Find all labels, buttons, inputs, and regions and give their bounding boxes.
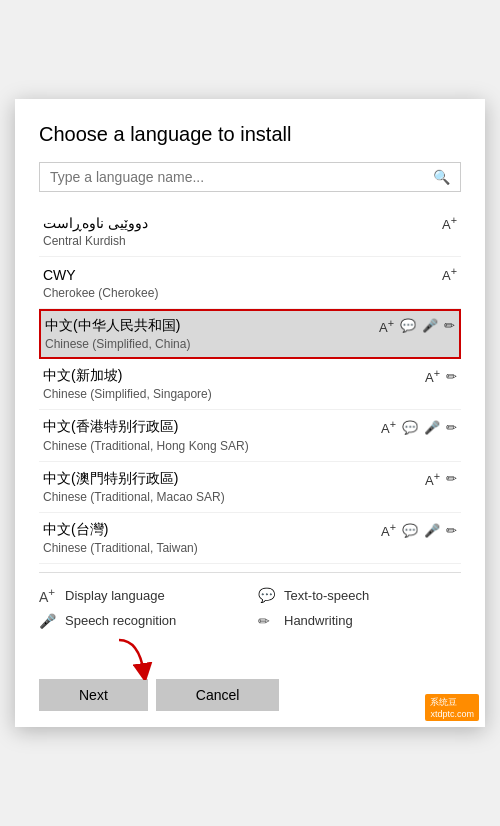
display-lang-icon-chk: A+ [381, 418, 396, 436]
language-item-central-kurdish[interactable]: دووێیی ناوەڕاست A+ Central Kurdish [39, 206, 461, 257]
cancel-button[interactable]: Cancel [156, 679, 280, 711]
handwriting-icon-csc: ✏ [444, 318, 455, 333]
legend-speech-label: Speech recognition [65, 613, 176, 628]
language-item-chinese-traditional-tw[interactable]: 中文(台灣) A+ 💬 🎤 ✏ Chinese (Traditional, Ta… [39, 513, 461, 564]
lang-native-chinese-hk: 中文(香港特别行政區) [43, 418, 178, 436]
display-lang-icon-cmo: A+ [425, 470, 440, 488]
lang-native-cherokee: CWY [43, 267, 76, 283]
legend-tts-icon: 💬 [258, 587, 276, 603]
legend-speech: 🎤 Speech recognition [39, 613, 242, 629]
language-item-chinese-traditional-mo[interactable]: 中文(澳門特别行政區) A+ ✏ Chinese (Traditional, M… [39, 462, 461, 513]
language-item-chinese-traditional-hk[interactable]: 中文(香港特别行政區) A+ 💬 🎤 ✏ Chinese (Traditiona… [39, 410, 461, 461]
legend-display-label: Display language [65, 588, 165, 603]
handwriting-icon-cmo: ✏ [446, 471, 457, 486]
lang-icons-chinese-mo: A+ ✏ [425, 470, 457, 488]
speech-icon-ctw: 🎤 [424, 523, 440, 538]
legend-handwriting-label: Handwriting [284, 613, 353, 628]
choose-language-dialog: Choose a language to install 🔍 دووێیی نا… [15, 99, 485, 727]
divider [39, 572, 461, 573]
lang-icons-chinese-sc: A+ 💬 🎤 ✏ [379, 317, 455, 335]
lang-english-cherokee: Cherokee (Cherokee) [43, 286, 457, 300]
legend-display-language: A+ Display language [39, 585, 242, 605]
lang-english-chinese-tw: Chinese (Traditional, Taiwan) [43, 541, 457, 555]
lang-native-chinese-sg: 中文(新加坡) [43, 367, 122, 385]
lang-icons-cherokee: A+ [442, 265, 457, 283]
lang-icons-chinese-hk: A+ 💬 🎤 ✏ [381, 418, 457, 436]
language-item-chinese-simplified-sg[interactable]: 中文(新加坡) A+ ✏ Chinese (Simplified, Singap… [39, 359, 461, 410]
speech-icon-csc: 🎤 [422, 318, 438, 333]
handwriting-icon-chk: ✏ [446, 420, 457, 435]
arrow-indicator [109, 635, 169, 680]
display-lang-icon-cherokee: A+ [442, 265, 457, 283]
handwriting-icon-csg: ✏ [446, 369, 457, 384]
legend-handwriting: ✏ Handwriting [258, 613, 461, 629]
button-row: Next Cancel [39, 679, 461, 711]
legend-tts: 💬 Text-to-speech [258, 585, 461, 605]
tts-icon-chk: 💬 [402, 420, 418, 435]
watermark: 系统豆 xtdptc.com [425, 694, 479, 721]
tts-icon-csc: 💬 [400, 318, 416, 333]
lang-native-chinese-tw: 中文(台灣) [43, 521, 108, 539]
language-item-chinese-simplified-china[interactable]: 中文(中华人民共和国) A+ 💬 🎤 ✏ Chinese (Simplified… [39, 309, 461, 359]
search-box: 🔍 [39, 162, 461, 192]
handwriting-icon-ctw: ✏ [446, 523, 457, 538]
lang-english-central-kurdish: Central Kurdish [43, 234, 457, 248]
lang-english-chinese-hk: Chinese (Traditional, Hong Kong SAR) [43, 439, 457, 453]
lang-english-chinese-mo: Chinese (Traditional, Macao SAR) [43, 490, 457, 504]
watermark-line2: xtdptc.com [430, 709, 474, 719]
legend-handwriting-icon: ✏ [258, 613, 276, 629]
lang-native-chinese-sc: 中文(中华人民共和国) [45, 317, 180, 335]
tts-icon-ctw: 💬 [402, 523, 418, 538]
lang-icons-central-kurdish: A+ [442, 214, 457, 232]
display-lang-icon-csc: A+ [379, 317, 394, 335]
lang-english-chinese-sg: Chinese (Simplified, Singapore) [43, 387, 457, 401]
watermark-line1: 系统豆 [430, 696, 474, 709]
search-icon: 🔍 [433, 169, 450, 185]
display-lang-icon: A+ [442, 214, 457, 232]
legend-tts-label: Text-to-speech [284, 588, 369, 603]
dialog-title: Choose a language to install [39, 123, 461, 146]
icon-legend: A+ Display language 💬 Text-to-speech 🎤 S… [39, 585, 461, 629]
display-lang-icon-csg: A+ [425, 367, 440, 385]
legend-display-icon: A+ [39, 585, 57, 605]
language-list: دووێیی ناوەڕاست A+ Central Kurdish CWY A… [39, 206, 461, 564]
next-button[interactable]: Next [39, 679, 148, 711]
lang-icons-chinese-sg: A+ ✏ [425, 367, 457, 385]
language-item-cherokee[interactable]: CWY A+ Cherokee (Cherokee) [39, 257, 461, 308]
legend-speech-icon: 🎤 [39, 613, 57, 629]
lang-english-chinese-sc: Chinese (Simplified, China) [45, 337, 455, 351]
lang-native-central-kurdish: دووێیی ناوەڕاست [43, 215, 148, 231]
speech-icon-chk: 🎤 [424, 420, 440, 435]
display-lang-icon-ctw: A+ [381, 521, 396, 539]
lang-icons-chinese-tw: A+ 💬 🎤 ✏ [381, 521, 457, 539]
lang-native-chinese-mo: 中文(澳門特别行政區) [43, 470, 178, 488]
search-input[interactable] [50, 169, 433, 185]
